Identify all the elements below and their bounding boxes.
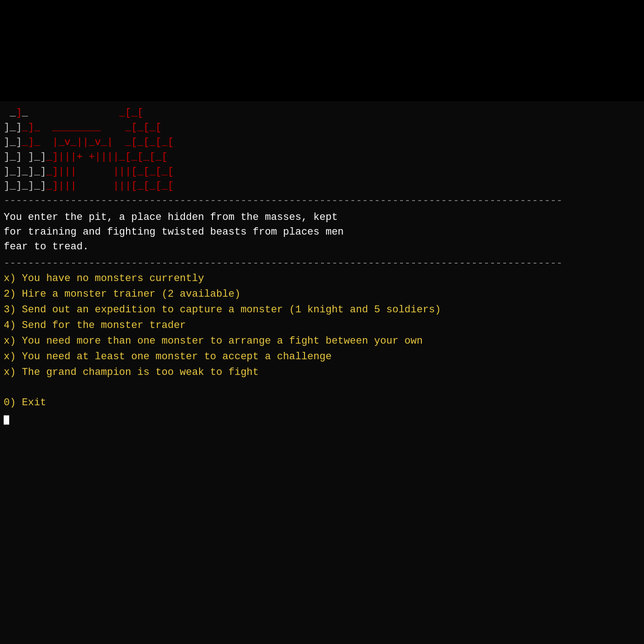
menu-item-monster-trader[interactable]: 4) Send for the monster trader	[4, 318, 640, 334]
divider-bottom: ----------------------------------------…	[4, 256, 640, 271]
terminal-content: _]_ _[_[ ]_]_]_ ________ _[_[_[ ]_]_]_ |…	[0, 101, 644, 427]
terminal-cursor	[4, 415, 9, 425]
menu-item-fight-own: x) You need more than one monster to arr…	[4, 334, 640, 349]
location-description: You enter the pit, a place hidden from t…	[4, 210, 640, 254]
top-black-bar	[0, 0, 644, 101]
menu-item-no-monsters: x) You have no monsters currently	[4, 271, 640, 287]
menu-item-hire-trainer[interactable]: 2) Hire a monster trainer (2 available)	[4, 287, 640, 302]
divider-top: ----------------------------------------…	[4, 194, 640, 208]
menu-item-champion-weak: x) The grand champion is too weak to fig…	[4, 365, 640, 380]
menu-item-accept-challenge: x) You need at least one monster to acce…	[4, 349, 640, 365]
terminal-window: _]_ _[_[ ]_]_]_ ________ _[_[_[ ]_]_]_ |…	[0, 0, 644, 644]
menu-item-expedition[interactable]: 3) Send out an expedition to capture a m…	[4, 302, 640, 318]
ascii-art: _]_ _[_[ ]_]_]_ ________ _[_[_[ ]_]_]_ |…	[4, 106, 640, 194]
menu-item-exit[interactable]: 0) Exit	[4, 395, 640, 411]
cursor-line	[4, 413, 640, 427]
